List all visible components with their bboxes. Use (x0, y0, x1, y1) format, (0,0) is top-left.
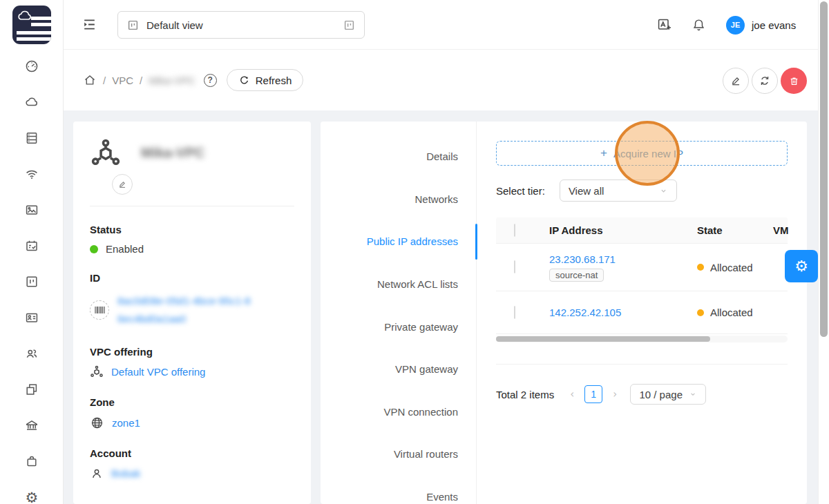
col-vm: VM (760, 224, 788, 236)
vertical-scrollbar-thumb[interactable] (820, 1, 828, 337)
next-page-button[interactable]: › (613, 388, 617, 400)
page-size-dropdown[interactable]: 10 / page (630, 384, 706, 405)
tab-private-gateway[interactable]: Private gateway (321, 305, 476, 348)
breadcrumb-current-vpc-name: Mika-VPC (149, 75, 196, 86)
vpc-offering-link[interactable]: Default VPC offering (111, 366, 205, 378)
refresh-button[interactable]: Refresh (227, 69, 304, 91)
blocks-icon (24, 382, 39, 397)
vpc-info-card: Mika-VPC Status Enabled ID 8ac0d08e-05d1… (73, 122, 311, 504)
vpc-offering-icon (90, 365, 104, 379)
sidebar-item-infrastructure[interactable] (0, 407, 64, 443)
sidebar-item-compute[interactable] (0, 84, 64, 120)
table-row: 142.252.42.105 Allocated (496, 291, 788, 334)
col-ip-address: IP Address (533, 224, 680, 236)
cloudstack-logo[interactable] (12, 6, 51, 44)
active-tab-indicator (475, 224, 477, 260)
row-checkbox[interactable] (514, 306, 515, 319)
chevron-down-icon (689, 390, 697, 398)
project-board-icon (24, 274, 39, 289)
sidebar-item-projects[interactable] (0, 264, 64, 300)
tab-vpn-gateway[interactable]: VPN gateway (321, 348, 476, 391)
bank-icon (24, 418, 39, 433)
help-icon[interactable]: ? (204, 74, 217, 87)
breadcrumb-vpc[interactable]: VPC (112, 75, 133, 86)
state-value: Allocated (710, 262, 753, 273)
state-value: Allocated (710, 307, 753, 318)
pencil-icon (117, 180, 127, 189)
delete-vpc-button[interactable] (781, 68, 807, 94)
sidebar-item-accounts[interactable] (0, 336, 64, 371)
status-label: Status (90, 224, 294, 235)
ip-address-link[interactable]: 142.252.42.105 (549, 307, 621, 318)
menu-collapse-icon[interactable] (82, 17, 97, 32)
select-all-checkbox[interactable] (514, 224, 515, 237)
sidebar-item-images[interactable] (0, 192, 64, 228)
view-switcher[interactable]: Default view (117, 11, 365, 39)
col-state: State (680, 224, 760, 236)
sidebar-item-roles[interactable] (0, 300, 64, 336)
tier-select-dropdown[interactable]: View all (560, 180, 677, 202)
pagination: Total 2 items ‹ 1 › 10 / page (496, 384, 788, 405)
ip-table: IP Address State VM 23.230.68.171 source… (496, 217, 788, 342)
vpc-id-value: 8ac0d08e-05d1-4bce-95c1-8 6ec4bd0a1aa0 (117, 292, 251, 329)
cloud-logo-icon (16, 10, 34, 22)
sidebar-item-configuration[interactable]: ⚙ (0, 479, 64, 504)
header-actions: JE joe evans (656, 0, 796, 50)
chevron-down-icon (659, 186, 668, 195)
translate-icon[interactable] (656, 17, 673, 33)
sidebar: ⚙ (0, 0, 64, 504)
prev-page-button[interactable]: ‹ (570, 388, 574, 400)
sidebar-item-network[interactable] (0, 156, 64, 192)
home-icon[interactable] (83, 73, 97, 87)
calendar-check-icon (24, 238, 39, 253)
sidebar-item-dashboard[interactable] (0, 48, 64, 84)
account-label: Account (90, 447, 294, 459)
allocated-state-dot (697, 264, 704, 271)
tab-virtual-routers[interactable]: Virtual routers (321, 433, 476, 476)
view-switcher-label: Default view (146, 19, 343, 31)
reload-icon (238, 75, 250, 86)
breadcrumb: / VPC / Mika-VPC ? Refresh (83, 50, 303, 110)
breadcrumb-separator: / (140, 75, 142, 86)
page-1-button[interactable]: 1 (584, 385, 602, 403)
barcode-icon[interactable] (90, 300, 109, 320)
wifi-icon (24, 166, 39, 182)
total-items-label: Total 2 items (496, 389, 554, 400)
top-header: Default view JE joe evans (64, 0, 829, 50)
project-switch-icon[interactable] (343, 19, 356, 32)
tab-network-acl-lists[interactable]: Network ACL lists (321, 263, 476, 306)
sidebar-item-events[interactable] (0, 228, 64, 264)
tab-events[interactable]: Events (321, 476, 476, 504)
detail-tabs: Details Networks Public IP addresses Net… (321, 122, 477, 504)
vpc-card-header: Mika-VPC (90, 138, 294, 170)
sidebar-item-storage[interactable] (0, 120, 64, 156)
id-label: ID (90, 272, 294, 284)
horizontal-scrollbar-thumb[interactable] (496, 336, 710, 342)
vpc-molecule-icon (90, 138, 122, 170)
select-tier-row: Select tier: View all (496, 180, 788, 202)
row-checkbox[interactable] (514, 260, 515, 273)
vertical-scrollbar (818, 0, 829, 504)
acquire-new-ip-label: Acquire new IP (613, 148, 683, 159)
sidebar-item-domains[interactable] (0, 371, 64, 407)
acquire-new-ip-button[interactable]: + Acquire new IP (496, 141, 788, 166)
sidebar-item-offerings[interactable] (0, 443, 64, 479)
tab-details[interactable]: Details (321, 135, 476, 178)
tab-networks[interactable]: Networks (321, 178, 476, 221)
user-avatar[interactable]: JE (726, 16, 745, 35)
tab-public-ip-addresses[interactable]: Public IP addresses (321, 220, 476, 263)
user-name[interactable]: joe evans (752, 19, 796, 31)
notification-bell-icon[interactable] (692, 17, 706, 32)
zone-link[interactable]: zone1 (112, 417, 140, 429)
ip-address-link[interactable]: 23.230.68.171 (549, 253, 616, 265)
table-settings-button[interactable]: ⚙ (785, 250, 818, 282)
table-row: 23.230.68.171 source-nat Allocated (496, 244, 788, 291)
account-link[interactable]: Bobak (111, 467, 141, 479)
horizontal-scrollbar (496, 336, 788, 342)
restart-vpc-button[interactable] (752, 68, 778, 94)
ip-table-header: IP Address State VM (496, 217, 788, 244)
allocated-state-dot (697, 309, 704, 316)
edit-vpc-button[interactable] (723, 68, 749, 94)
tab-vpn-connection[interactable]: VPN connection (321, 391, 476, 434)
edit-name-button[interactable] (112, 174, 133, 195)
